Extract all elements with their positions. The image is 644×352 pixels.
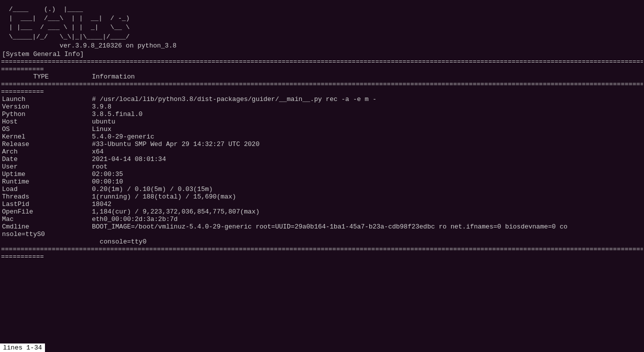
- table-row: Hostubuntu: [1, 118, 643, 126]
- separator-top-long: ========================================…: [1, 58, 643, 66]
- data-rows-container: Launch# /usr/local/lib/python3.8/dist-pa…: [1, 96, 643, 246]
- table-row: Archx64: [1, 148, 643, 156]
- table-row: nsole=ttyS0: [1, 230, 643, 238]
- row-type: Launch: [2, 96, 92, 103]
- row-value: console=tty0: [92, 238, 643, 246]
- terminal-window: /____ (.) |____ | ___| /___\ | | __| / -…: [0, 0, 644, 352]
- table-row: Release#33-Ubuntu SMP Wed Apr 29 14:32:2…: [1, 140, 643, 148]
- table-row: OSLinux: [1, 126, 643, 133]
- row-type: Arch: [2, 148, 92, 156]
- table-row: Load0.20(1m) / 0.10(5m) / 0.03(15m): [1, 186, 643, 193]
- separator-mid-long: ========================================…: [1, 80, 643, 88]
- table-row: Date2021-04-14 08:01:34: [1, 156, 643, 163]
- row-value: eth0_00:00:2d:3a:2b:7d: [92, 216, 643, 223]
- table-row: Maceth0_00:00:2d:3a:2b:7d: [1, 216, 643, 223]
- row-type: Runtime: [2, 178, 92, 186]
- row-type: User: [2, 163, 92, 170]
- table-row: Userroot: [1, 163, 643, 170]
- row-type: Python: [2, 110, 92, 118]
- row-type: Uptime: [2, 170, 92, 178]
- table-row: Kernel5.4.0-29-generic: [1, 133, 643, 140]
- col-info-header: Information: [92, 73, 643, 80]
- row-type: LastPid: [2, 200, 92, 208]
- row-type: Cmdline: [2, 223, 92, 230]
- row-value: 18042: [92, 200, 643, 208]
- status-bar: lines 1-34: [0, 344, 45, 352]
- row-value: #33-Ubuntu SMP Wed Apr 29 14:32:27 UTC 2…: [92, 140, 643, 148]
- row-value: 2021-04-14 08:01:34: [92, 156, 643, 163]
- table-row: Runtime00:00:10: [1, 178, 643, 186]
- row-value: Linux: [92, 126, 643, 133]
- table-row: Uptime02:00:35: [1, 170, 643, 178]
- table-row: CmdlineBOOT_IMAGE=/boot/vmlinuz-5.4.0-29…: [1, 223, 643, 230]
- row-value: 1,184(cur) / 9,223,372,036,854,775,807(m…: [92, 208, 643, 216]
- separator-mid-short: ===========: [1, 88, 643, 96]
- separator-bot-short: ===========: [1, 253, 643, 260]
- row-type: OpenFile: [2, 208, 92, 216]
- row-value: 0.20(1m) / 0.10(5m) / 0.03(15m): [92, 186, 643, 193]
- row-type: Load: [2, 186, 92, 193]
- table-row: Version3.9.8: [1, 103, 643, 110]
- row-type: Threads: [2, 193, 92, 200]
- row-value: ubuntu: [92, 118, 643, 126]
- separator-bot-long: ========================================…: [1, 246, 643, 253]
- ascii-art-logo: /____ (.) |____ | ___| /___\ | | __| / -…: [0, 5, 644, 50]
- col-type-header: TYPE: [2, 73, 92, 80]
- table-row: Launch# /usr/local/lib/python3.8/dist-pa…: [1, 96, 643, 103]
- row-type: Kernel: [2, 133, 92, 140]
- separator-top-short: ===========: [1, 66, 643, 73]
- row-value: root: [92, 163, 643, 170]
- table-row: Python3.8.5.final.0: [1, 110, 643, 118]
- column-headers: TYPE Information: [1, 73, 643, 80]
- row-type: Version: [2, 103, 92, 110]
- row-value: 00:00:10: [92, 178, 643, 186]
- table-row: OpenFile1,184(cur) / 9,223,372,036,854,7…: [1, 208, 643, 216]
- row-value: 3.8.5.final.0: [92, 110, 643, 118]
- row-value: 5.4.0-29-generic: [92, 133, 643, 140]
- row-value: x64: [92, 148, 643, 156]
- row-value: BOOT_IMAGE=/boot/vmlinuz-5.4.0-29-generi…: [92, 223, 643, 230]
- row-value: 02:00:35: [92, 170, 643, 178]
- row-type: Release: [2, 140, 92, 148]
- row-type: Date: [2, 156, 92, 163]
- row-type: [2, 238, 92, 246]
- row-type: Host: [2, 118, 92, 126]
- table-row: console=tty0: [1, 238, 643, 246]
- row-type: nsole=ttyS0: [2, 230, 92, 238]
- row-value: [92, 230, 643, 238]
- row-value: 1(running) / 188(total) / 15,690(max): [92, 193, 643, 200]
- row-value: # /usr/local/lib/python3.8/dist-packages…: [92, 96, 643, 103]
- row-value: 3.9.8: [92, 103, 643, 110]
- row-type: OS: [2, 126, 92, 133]
- section-header: [System General Info]: [1, 50, 643, 58]
- table-row: LastPid18042: [1, 200, 643, 208]
- table-row: Threads1(running) / 188(total) / 15,690(…: [1, 193, 643, 200]
- row-type: Mac: [2, 216, 92, 223]
